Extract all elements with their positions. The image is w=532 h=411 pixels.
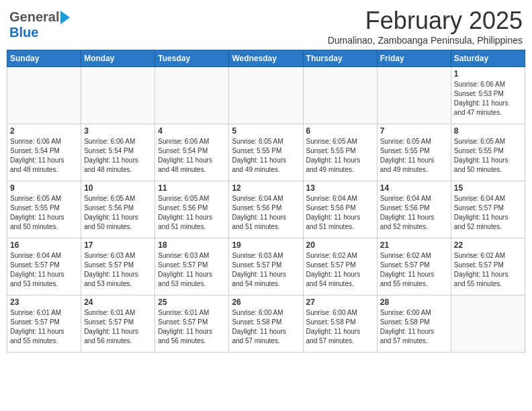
calendar-cell xyxy=(229,67,303,124)
logo-blue-text: Blue xyxy=(9,25,38,40)
day-info: Sunrise: 6:05 AM Sunset: 5:55 PM Dayligh… xyxy=(454,137,522,175)
day-info: Sunrise: 6:05 AM Sunset: 5:55 PM Dayligh… xyxy=(232,137,300,175)
weekday-header-row: SundayMondayTuesdayWednesdayThursdayFrid… xyxy=(7,50,525,67)
calendar-cell: 16Sunrise: 6:04 AM Sunset: 5:57 PM Dayli… xyxy=(7,238,81,295)
day-info: Sunrise: 6:04 AM Sunset: 5:57 PM Dayligh… xyxy=(10,251,78,289)
day-number: 12 xyxy=(232,183,300,193)
calendar-cell: 4Sunrise: 6:06 AM Sunset: 5:54 PM Daylig… xyxy=(155,124,229,181)
calendar-table: SundayMondayTuesdayWednesdayThursdayFrid… xyxy=(7,50,525,353)
calendar-cell: 3Sunrise: 6:06 AM Sunset: 5:54 PM Daylig… xyxy=(81,124,155,181)
calendar-cell: 7Sunrise: 6:05 AM Sunset: 5:55 PM Daylig… xyxy=(377,124,451,181)
calendar-cell: 13Sunrise: 6:04 AM Sunset: 5:56 PM Dayli… xyxy=(303,181,377,238)
day-info: Sunrise: 6:04 AM Sunset: 5:56 PM Dayligh… xyxy=(232,194,300,232)
day-info: Sunrise: 6:03 AM Sunset: 5:57 PM Dayligh… xyxy=(158,251,226,289)
day-info: Sunrise: 6:06 AM Sunset: 5:53 PM Dayligh… xyxy=(454,80,522,118)
calendar-cell xyxy=(155,67,229,124)
day-number: 3 xyxy=(84,126,152,136)
day-number: 2 xyxy=(10,126,78,136)
day-info: Sunrise: 6:06 AM Sunset: 5:54 PM Dayligh… xyxy=(84,137,152,175)
weekday-header-wednesday: Wednesday xyxy=(229,50,303,67)
calendar-cell xyxy=(377,67,451,124)
calendar-cell: 25Sunrise: 6:01 AM Sunset: 5:57 PM Dayli… xyxy=(155,295,229,353)
calendar-cell: 20Sunrise: 6:02 AM Sunset: 5:57 PM Dayli… xyxy=(303,238,377,295)
calendar-cell xyxy=(7,67,81,124)
weekday-header-saturday: Saturday xyxy=(451,50,525,67)
day-number: 28 xyxy=(380,298,448,307)
day-number: 9 xyxy=(10,183,78,193)
day-info: Sunrise: 6:02 AM Sunset: 5:57 PM Dayligh… xyxy=(380,251,448,289)
day-info: Sunrise: 6:00 AM Sunset: 5:58 PM Dayligh… xyxy=(306,308,374,346)
calendar-week-1: 1Sunrise: 6:06 AM Sunset: 5:53 PM Daylig… xyxy=(7,67,525,124)
day-number: 1 xyxy=(454,69,522,79)
weekday-header-sunday: Sunday xyxy=(7,50,81,67)
calendar-week-3: 9Sunrise: 6:05 AM Sunset: 5:55 PM Daylig… xyxy=(7,181,525,238)
day-number: 8 xyxy=(454,126,522,136)
day-info: Sunrise: 6:04 AM Sunset: 5:56 PM Dayligh… xyxy=(380,194,448,232)
calendar-cell: 17Sunrise: 6:03 AM Sunset: 5:57 PM Dayli… xyxy=(81,238,155,295)
day-info: Sunrise: 6:01 AM Sunset: 5:57 PM Dayligh… xyxy=(10,308,78,346)
calendar-cell xyxy=(81,67,155,124)
calendar-cell: 2Sunrise: 6:06 AM Sunset: 5:54 PM Daylig… xyxy=(7,124,81,181)
day-number: 6 xyxy=(306,126,374,136)
day-number: 17 xyxy=(84,240,152,250)
calendar-cell: 19Sunrise: 6:03 AM Sunset: 5:57 PM Dayli… xyxy=(229,238,303,295)
location-subtitle: Dumalinao, Zamboanga Peninsula, Philippi… xyxy=(328,35,523,46)
day-info: Sunrise: 6:02 AM Sunset: 5:57 PM Dayligh… xyxy=(306,251,374,289)
day-info: Sunrise: 6:06 AM Sunset: 5:54 PM Dayligh… xyxy=(158,137,226,175)
logo-chevron-icon xyxy=(60,11,70,24)
calendar-cell xyxy=(451,295,525,353)
calendar-cell: 11Sunrise: 6:05 AM Sunset: 5:56 PM Dayli… xyxy=(155,181,229,238)
logo: General Blue xyxy=(9,9,70,40)
day-number: 10 xyxy=(84,183,152,193)
day-number: 4 xyxy=(158,126,226,136)
logo-general-text: General xyxy=(9,9,59,25)
calendar-cell: 27Sunrise: 6:00 AM Sunset: 5:58 PM Dayli… xyxy=(303,295,377,353)
calendar-cell: 28Sunrise: 6:00 AM Sunset: 5:58 PM Dayli… xyxy=(377,295,451,353)
month-year-title: February 2025 xyxy=(328,7,523,35)
calendar-week-5: 23Sunrise: 6:01 AM Sunset: 5:57 PM Dayli… xyxy=(7,295,525,353)
day-number: 27 xyxy=(306,298,374,307)
calendar-cell: 21Sunrise: 6:02 AM Sunset: 5:57 PM Dayli… xyxy=(377,238,451,295)
day-info: Sunrise: 6:01 AM Sunset: 5:57 PM Dayligh… xyxy=(84,308,152,346)
day-number: 7 xyxy=(380,126,448,136)
day-info: Sunrise: 6:04 AM Sunset: 5:57 PM Dayligh… xyxy=(454,194,522,232)
calendar-cell: 1Sunrise: 6:06 AM Sunset: 5:53 PM Daylig… xyxy=(451,67,525,124)
calendar-cell: 22Sunrise: 6:02 AM Sunset: 5:57 PM Dayli… xyxy=(451,238,525,295)
day-number: 22 xyxy=(454,240,522,250)
day-info: Sunrise: 6:05 AM Sunset: 5:56 PM Dayligh… xyxy=(84,194,152,232)
weekday-header-monday: Monday xyxy=(81,50,155,67)
calendar-week-2: 2Sunrise: 6:06 AM Sunset: 5:54 PM Daylig… xyxy=(7,124,525,181)
day-info: Sunrise: 6:05 AM Sunset: 5:55 PM Dayligh… xyxy=(380,137,448,175)
calendar-cell: 8Sunrise: 6:05 AM Sunset: 5:55 PM Daylig… xyxy=(451,124,525,181)
day-info: Sunrise: 6:05 AM Sunset: 5:55 PM Dayligh… xyxy=(306,137,374,175)
calendar-cell: 14Sunrise: 6:04 AM Sunset: 5:56 PM Dayli… xyxy=(377,181,451,238)
day-info: Sunrise: 6:00 AM Sunset: 5:58 PM Dayligh… xyxy=(232,308,300,346)
day-info: Sunrise: 6:02 AM Sunset: 5:57 PM Dayligh… xyxy=(454,251,522,289)
day-info: Sunrise: 6:05 AM Sunset: 5:56 PM Dayligh… xyxy=(158,194,226,232)
day-info: Sunrise: 6:06 AM Sunset: 5:54 PM Dayligh… xyxy=(10,137,78,175)
calendar-cell: 5Sunrise: 6:05 AM Sunset: 5:55 PM Daylig… xyxy=(229,124,303,181)
day-number: 18 xyxy=(158,240,226,250)
weekday-header-tuesday: Tuesday xyxy=(155,50,229,67)
calendar-cell: 6Sunrise: 6:05 AM Sunset: 5:55 PM Daylig… xyxy=(303,124,377,181)
day-number: 19 xyxy=(232,240,300,250)
day-number: 20 xyxy=(306,240,374,250)
calendar-cell xyxy=(303,67,377,124)
day-info: Sunrise: 6:03 AM Sunset: 5:57 PM Dayligh… xyxy=(84,251,152,289)
calendar-cell: 15Sunrise: 6:04 AM Sunset: 5:57 PM Dayli… xyxy=(451,181,525,238)
calendar-cell: 9Sunrise: 6:05 AM Sunset: 5:55 PM Daylig… xyxy=(7,181,81,238)
day-number: 11 xyxy=(158,183,226,193)
day-info: Sunrise: 6:01 AM Sunset: 5:57 PM Dayligh… xyxy=(158,308,226,346)
calendar-cell: 24Sunrise: 6:01 AM Sunset: 5:57 PM Dayli… xyxy=(81,295,155,353)
day-number: 23 xyxy=(10,298,78,307)
calendar-cell: 23Sunrise: 6:01 AM Sunset: 5:57 PM Dayli… xyxy=(7,295,81,353)
calendar-cell: 12Sunrise: 6:04 AM Sunset: 5:56 PM Dayli… xyxy=(229,181,303,238)
title-block: February 2025 Dumalinao, Zamboanga Penin… xyxy=(328,7,523,46)
weekday-header-friday: Friday xyxy=(377,50,451,67)
calendar-week-4: 16Sunrise: 6:04 AM Sunset: 5:57 PM Dayli… xyxy=(7,238,525,295)
day-info: Sunrise: 6:04 AM Sunset: 5:56 PM Dayligh… xyxy=(306,194,374,232)
day-number: 21 xyxy=(380,240,448,250)
page-header: General Blue February 2025 Dumalinao, Za… xyxy=(7,7,525,46)
day-number: 13 xyxy=(306,183,374,193)
day-number: 26 xyxy=(232,298,300,307)
